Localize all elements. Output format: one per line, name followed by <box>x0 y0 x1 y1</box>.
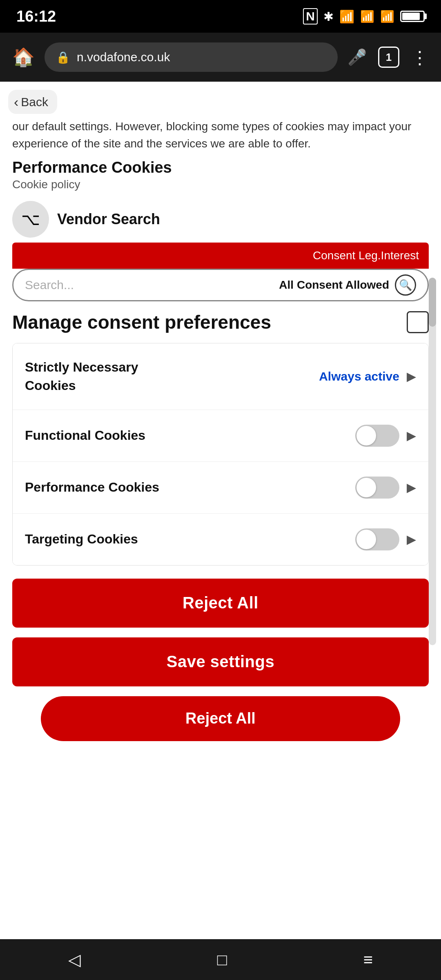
targeting-cookies-label: Targeting Cookies <box>25 530 138 548</box>
consent-bar: Consent Leg.Interest <box>12 243 429 269</box>
filter-area: ⌥ Vendor Search <box>0 191 441 238</box>
lock-icon: 🔒 <box>56 51 70 64</box>
save-settings-label: Save settings <box>167 653 274 671</box>
reject-all-bottom-label: Reject All <box>185 710 256 727</box>
section-title: Performance Cookies <box>0 152 441 176</box>
bottom-nav: ◁ □ ≡ <box>0 939 441 980</box>
consent-heading-row: Manage consent preferences <box>0 301 441 333</box>
search-right: All Consent Allowed 🔍 <box>279 274 416 296</box>
performance-cookies-toggle[interactable] <box>355 477 399 499</box>
targeting-cookies-toggle[interactable] <box>355 528 399 550</box>
consent-panel: Strictly Necessary Cookies Always active… <box>12 343 429 566</box>
performance-cookies-chevron-icon[interactable]: ▶ <box>407 480 416 494</box>
url-bar[interactable]: 🔒 n.vodafone.co.uk <box>45 42 338 72</box>
intro-text: our default settings. However, blocking … <box>0 118 441 152</box>
functional-cookies-right: ▶ <box>355 425 416 447</box>
nav-back-icon[interactable]: ◁ <box>68 950 81 969</box>
browser-actions: 🎤 1 ⋮ <box>347 47 429 68</box>
performance-cookies-toggle-knob <box>356 478 376 497</box>
reject-all-button[interactable]: Reject All <box>12 579 429 628</box>
status-time: 16:12 <box>16 8 56 25</box>
reject-all-bottom-button[interactable]: Reject All <box>41 696 400 741</box>
strictly-necessary-chevron-icon[interactable]: ▶ <box>407 369 416 383</box>
url-text: n.vodafone.co.uk <box>77 50 170 64</box>
bluetooth-icon: ✱ <box>323 9 334 24</box>
back-button[interactable]: ‹ Back <box>8 90 57 114</box>
back-nav: ‹ Back <box>0 82 441 114</box>
tab-count-box[interactable]: 1 <box>378 47 399 68</box>
status-icons: N ✱ 📶 📶 📶 <box>303 8 425 24</box>
consent-bar-text: Consent Leg.Interest <box>313 249 419 262</box>
functional-cookies-row[interactable]: Functional Cookies ▶ <box>13 410 428 462</box>
targeting-cookies-row[interactable]: Targeting Cookies ▶ <box>13 514 428 565</box>
save-settings-button[interactable]: Save settings <box>12 637 429 686</box>
menu-icon[interactable]: ⋮ <box>411 47 429 68</box>
search-right-label: All Consent Allowed <box>279 278 389 292</box>
home-button[interactable]: 🏠 <box>12 47 35 68</box>
reject-all-label: Reject All <box>183 594 258 612</box>
wifi-icon: 📶 <box>339 9 354 24</box>
browser-bar: 🏠 🔒 n.vodafone.co.uk 🎤 1 ⋮ <box>0 33 441 82</box>
functional-cookies-chevron-icon[interactable]: ▶ <box>407 428 416 443</box>
functional-cookies-label: Functional Cookies <box>25 426 145 445</box>
performance-cookies-row[interactable]: Performance Cookies ▶ <box>13 462 428 514</box>
consent-heading: Manage consent preferences <box>12 311 271 333</box>
targeting-cookies-toggle-knob <box>356 530 376 549</box>
targeting-cookies-chevron-icon[interactable]: ▶ <box>407 532 416 546</box>
functional-cookies-toggle-knob <box>356 426 376 445</box>
signal-icon: 📶 <box>380 10 394 23</box>
microphone-icon[interactable]: 🎤 <box>347 48 367 66</box>
status-bar: 16:12 N ✱ 📶 📶 📶 <box>0 0 441 33</box>
back-label: Back <box>21 95 48 109</box>
select-all-checkbox[interactable] <box>407 311 429 333</box>
back-chevron-icon: ‹ <box>14 94 18 110</box>
search-icon[interactable]: 🔍 <box>395 274 416 296</box>
targeting-cookies-right: ▶ <box>355 528 416 550</box>
nav-menu-icon[interactable]: ≡ <box>363 951 373 969</box>
scrollbar-track[interactable] <box>429 278 436 645</box>
search-placeholder: Search... <box>25 278 272 292</box>
battery-icon <box>400 11 425 22</box>
call-icon: 📶 <box>360 10 374 23</box>
scrollbar-thumb[interactable] <box>429 278 436 327</box>
always-active-text: Always active <box>319 370 399 383</box>
strictly-necessary-row[interactable]: Strictly Necessary Cookies Always active… <box>13 343 428 410</box>
tab-count: 1 <box>386 51 392 64</box>
nav-home-icon[interactable]: □ <box>217 951 227 969</box>
search-bar[interactable]: Search... All Consent Allowed 🔍 <box>12 269 429 301</box>
performance-cookies-label: Performance Cookies <box>25 478 159 497</box>
cookie-policy-link[interactable]: Cookie policy <box>0 176 441 191</box>
filter-button[interactable]: ⌥ <box>12 201 49 238</box>
vendor-search-label: Vendor Search <box>57 211 160 228</box>
filter-icon: ⌥ <box>21 210 40 229</box>
strictly-necessary-right: Always active ▶ <box>319 369 416 383</box>
page-content: ‹ Back our default settings. However, bl… <box>0 82 441 741</box>
strictly-necessary-label: Strictly Necessary Cookies <box>25 358 180 395</box>
functional-cookies-toggle[interactable] <box>355 425 399 447</box>
performance-cookies-right: ▶ <box>355 477 416 499</box>
nfc-icon: N <box>303 8 318 24</box>
